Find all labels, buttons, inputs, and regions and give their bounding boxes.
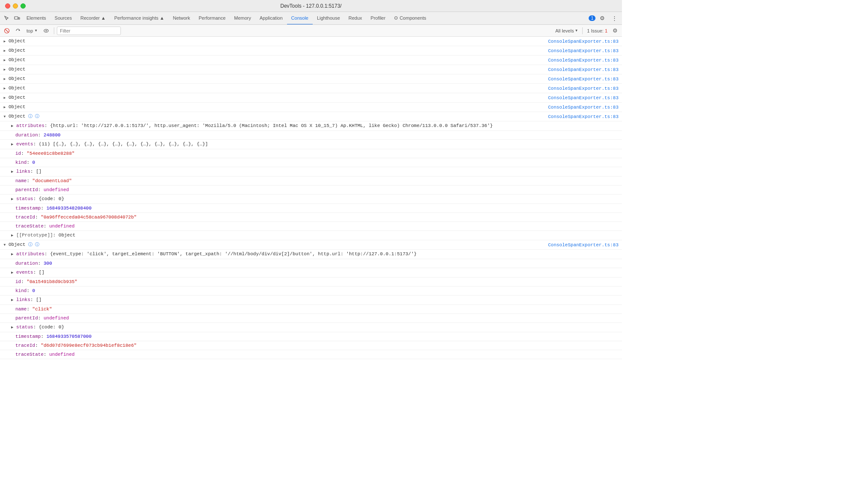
inspect-icon[interactable] [2,13,12,24]
all-levels-button[interactable]: All levels ▼ [554,27,580,34]
svg-line-4 [6,29,9,32]
more-tabs-button[interactable]: ⋮ [609,13,619,24]
console-row[interactable]: ▶ Object ConsoleSpanExporter.ts:83 [0,37,622,46]
console-content[interactable]: ▶ Object ConsoleSpanExporter.ts:83 ▶ Obj… [0,37,622,359]
top-context-button[interactable]: top ▼ [24,27,40,35]
issues-badge: 1 Issue: 1 [585,28,609,33]
svg-point-2 [395,17,397,19]
tab-lighthouse[interactable]: Lighthouse [313,12,344,25]
traffic-lights [5,3,26,9]
expand-arrow[interactable]: ▼ [2,241,8,248]
expand-arrow[interactable]: ▼ [2,112,8,120]
expand-arrow[interactable]: ▶ [2,65,8,73]
expand-arrow[interactable]: ▶ [2,56,8,64]
expand-arrow[interactable]: ▶ [2,94,8,101]
console-row[interactable]: ▶ Object ConsoleSpanExporter.ts:83 [0,56,622,65]
expand-arrow[interactable]: ▶ [2,84,8,92]
console-prop-row: traceState: undefined [0,350,622,359]
console-source[interactable]: ConsoleSpanExporter.ts:83 [548,241,622,249]
console-row[interactable]: ▶ Object ConsoleSpanExporter.ts:83 [0,93,622,103]
console-prop-row: ▶ status: {code: 0} [0,195,622,204]
console-row-expanded[interactable]: ▼ Object ⓘ ConsoleSpanExporter.ts:83 [0,240,622,250]
fullscreen-button[interactable] [21,3,26,9]
toolbar-separator-2 [582,27,583,34]
svg-point-6 [46,30,47,31]
console-prop-row: kind: 0 [0,286,622,295]
console-prop-row: duration: 248800 [0,131,622,140]
eye-button[interactable] [41,26,51,36]
tab-components[interactable]: Components [390,12,430,25]
console-source[interactable]: ConsoleSpanExporter.ts:83 [548,94,622,102]
tab-performance[interactable]: Performance [194,12,230,25]
window-title: DevTools - 127.0.0.1:5173/ [280,3,341,9]
tab-bar: Elements Sources Recorder ▲ Performance … [0,12,622,25]
clear-console-button[interactable] [2,26,12,36]
device-icon[interactable] [12,13,22,24]
expand-arrow[interactable]: ▶ [2,103,8,111]
console-prop-row: traceId: "0a96ffecceda04c58caa967008d407… [0,213,622,222]
console-source[interactable]: ConsoleSpanExporter.ts:83 [548,37,622,45]
tab-performance-insights[interactable]: Performance insights ▲ [110,12,168,25]
console-prop-row: ▶ attributes: {event_type: 'click', targ… [0,250,622,259]
console-prop-row: traceState: undefined [0,222,622,231]
settings-button[interactable]: ⚙ [597,13,607,24]
minimize-button[interactable] [13,3,18,9]
console-source[interactable]: ConsoleSpanExporter.ts:83 [548,47,622,55]
tab-profiler[interactable]: Profiler [367,12,390,25]
console-prop-row: ▶ status: {code: 0} [0,323,622,332]
tab-redux[interactable]: Redux [344,12,367,25]
tab-sources[interactable]: Sources [50,12,76,25]
expand-arrow[interactable]: ▶ [2,75,8,83]
console-prop-row: name: "documentLoad" [0,177,622,186]
tab-console[interactable]: Console [287,12,313,25]
tab-memory[interactable]: Memory [230,12,255,25]
tab-right-controls: 1 ⚙ ⋮ [589,13,622,24]
console-row-expanded[interactable]: ▼ Object ⓘ ConsoleSpanExporter.ts:83 [0,112,622,121]
console-prop-row: id: "54eee01c8be8288" [0,149,622,158]
console-prop-row: ▶ links: [] [0,167,622,177]
console-prop-row: ▶ attributes: {http.url: 'http://127.0.0… [0,121,622,131]
console-settings-button[interactable]: ⚙ [610,26,620,36]
console-prop-row: parentId: undefined [0,186,622,195]
console-prop-row: timestamp: 1684933570587000 [0,332,622,341]
console-prop-row: ▶ events: [] [0,268,622,278]
svg-rect-0 [15,17,18,19]
console-source[interactable]: ConsoleSpanExporter.ts:83 [548,112,622,121]
notification-badge: 1 [589,15,595,21]
console-prop-row: duration: 300 [0,259,622,268]
console-prop-row: kind: 0 [0,158,622,167]
console-prop-row: ▶ events: (11) [{…}, {…}, {…}, {…}, {…},… [0,140,622,149]
filter-input[interactable] [57,27,121,35]
console-prop-row: id: "0a15491b8d9cb935" [0,278,622,286]
console-row[interactable]: ▶ Object ConsoleSpanExporter.ts:83 [0,65,622,74]
console-prop-row: traceId: "d6d07d7699e8ecf073cb94b1ef8c18… [0,341,622,350]
title-bar: DevTools - 127.0.0.1:5173/ [0,0,622,12]
expand-arrow[interactable]: ▶ [2,47,8,54]
console-row[interactable]: ▶ Object ConsoleSpanExporter.ts:83 [0,84,622,93]
refresh-button[interactable] [13,26,23,36]
console-prop-row: parentId: undefined [0,314,622,323]
expand-arrow[interactable]: ▶ [2,37,8,45]
console-prop-row: timestamp: 1684933548208400 [0,204,622,213]
console-prop-row: ▶ links: [] [0,295,622,305]
console-prop-row: name: "click" [0,305,622,314]
tab-application[interactable]: Application [255,12,287,25]
tab-recorder[interactable]: Recorder ▲ [76,12,110,25]
console-source[interactable]: ConsoleSpanExporter.ts:83 [548,56,622,64]
console-toolbar: top ▼ All levels ▼ 1 Issue: 1 ⚙ [0,25,622,37]
console-row[interactable]: ▶ Object ConsoleSpanExporter.ts:83 [0,74,622,84]
console-source[interactable]: ConsoleSpanExporter.ts:83 [548,65,622,74]
tab-network[interactable]: Network [169,12,194,25]
console-prop-row: ▶ [[Prototype]]: Object [0,231,622,240]
console-source[interactable]: ConsoleSpanExporter.ts:83 [548,103,622,111]
svg-rect-1 [18,18,20,19]
toolbar-separator [54,27,54,34]
console-row[interactable]: ▶ Object ConsoleSpanExporter.ts:83 [0,103,622,112]
close-button[interactable] [5,3,10,9]
console-row[interactable]: ▶ Object ConsoleSpanExporter.ts:83 [0,46,622,56]
console-source[interactable]: ConsoleSpanExporter.ts:83 [548,75,622,83]
tab-elements[interactable]: Elements [22,12,50,25]
console-source[interactable]: ConsoleSpanExporter.ts:83 [548,84,622,92]
